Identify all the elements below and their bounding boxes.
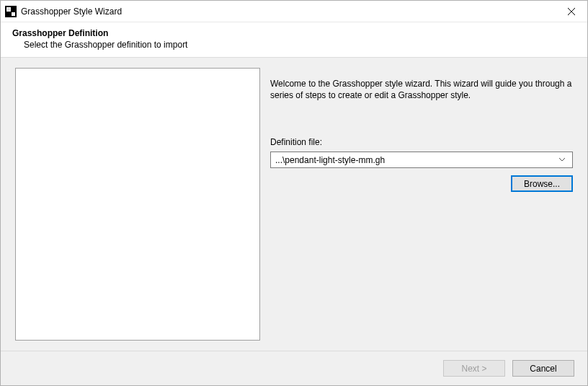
preview-pane — [15, 68, 260, 341]
wizard-footer: Next > Cancel — [1, 351, 587, 385]
definition-file-label: Definition file: — [270, 137, 573, 147]
browse-button[interactable]: Browse... — [511, 175, 573, 192]
wizard-header: Grasshopper Definition Select the Grassh… — [1, 22, 587, 57]
app-icon — [5, 6, 17, 17]
form-pane: Welcome to the Grasshopper style wizard.… — [270, 68, 573, 341]
close-button[interactable] — [555, 1, 587, 22]
next-button[interactable]: Next > — [443, 360, 505, 377]
intro-text: Welcome to the Grasshopper style wizard.… — [270, 78, 573, 101]
cancel-button[interactable]: Cancel — [512, 360, 574, 377]
page-title: Grasshopper Definition — [12, 28, 576, 38]
page-subtitle: Select the Grasshopper definition to imp… — [24, 40, 576, 50]
chevron-down-icon — [556, 158, 568, 162]
window-title: Grasshopper Style Wizard — [21, 6, 555, 17]
close-icon — [568, 8, 575, 15]
titlebar: Grasshopper Style Wizard — [1, 1, 587, 22]
definition-file-combobox[interactable]: ...\pendant-light-style-mm.gh — [270, 152, 573, 168]
definition-file-value: ...\pendant-light-style-mm.gh — [275, 155, 556, 165]
content-area: Welcome to the Grasshopper style wizard.… — [1, 58, 587, 351]
